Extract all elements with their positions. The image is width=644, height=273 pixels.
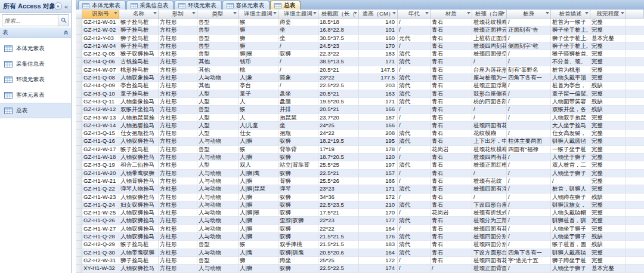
table-cell[interactable]: / <box>507 50 551 58</box>
table-cell[interactable]: 弹琴 <box>278 185 318 193</box>
column-filter-icon[interactable] <box>313 12 317 14</box>
table-cell[interactable]: 方柱形 <box>159 42 197 50</box>
table-cell[interactable]: 完整 <box>590 170 626 177</box>
table-cell[interactable]: 童子留一偏髻, <box>551 90 590 98</box>
table-cell[interactable]: GZ-H1-W-20 <box>82 170 119 177</box>
record-selector[interactable] <box>76 26 82 34</box>
table-cell[interactable]: 完整 <box>590 19 626 26</box>
table-cell[interactable]: / <box>507 90 551 98</box>
column-filter-icon[interactable] <box>501 12 505 14</box>
table-cell[interactable]: GZ-H4-Q-09 <box>82 82 119 90</box>
table-cell[interactable]: 人物驭狮拴马 <box>119 209 159 217</box>
table-cell[interactable]: 人物坐于狮子 <box>551 233 590 241</box>
table-cell[interactable]: GZ-H1-Q-26 <box>82 217 119 225</box>
record-selector[interactable] <box>76 233 82 241</box>
table-cell[interactable]: 人|狮|鹰 <box>239 170 278 177</box>
table-cell[interactable]: 基本完整 <box>590 265 626 272</box>
table-cell[interactable]: / <box>507 194 551 201</box>
table-cell[interactable]: 桩颈花纹模糊 <box>472 146 507 154</box>
table-cell[interactable]: 青石 <box>431 241 472 249</box>
table-cell[interactable]: 38.5*13.5 <box>318 58 359 66</box>
table-cell[interactable]: 人物背狮拴马 <box>119 177 159 185</box>
table-cell[interactable]: 人物驭象拴马 <box>119 74 159 82</box>
table-cell[interactable]: 208 <box>359 130 398 137</box>
table-cell[interactable]: 方柱形 <box>159 58 197 66</box>
table-cell[interactable]: 桩颈四周有花 <box>472 154 507 161</box>
table-cell[interactable]: 人物带鹰驭狮 <box>119 249 159 257</box>
table-cell[interactable]: 方柱形 <box>159 137 197 145</box>
table-cell[interactable]: 方柱形 <box>159 98 197 106</box>
table-cell[interactable]: 177.5 <box>359 74 398 82</box>
table-cell[interactable]: 残缺 <box>590 194 626 201</box>
table-cell[interactable]: 人|狮 <box>239 225 278 233</box>
table-cell[interactable]: 青石 <box>431 106 472 114</box>
table-cell[interactable]: 狮子拴马桩 <box>119 257 159 265</box>
table-cell[interactable]: GZ-H1-Q-08 <box>82 74 119 82</box>
table-cell[interactable]: 猴 <box>239 106 278 114</box>
table-cell[interactable]: 狮子拴马桩 <box>119 26 159 34</box>
table-cell[interactable]: 双猴并坐拴马 <box>119 106 159 114</box>
table-cell[interactable]: 方柱形 <box>159 217 197 225</box>
table-cell[interactable]: / <box>507 19 551 26</box>
table-cell[interactable]: 人|狮 <box>239 154 278 161</box>
table-cell[interactable]: 人|狮 <box>239 265 278 272</box>
table-cell[interactable]: 方柱形 <box>159 146 197 154</box>
record-selector[interactable] <box>76 225 82 233</box>
table-cell[interactable]: 下设四形台座, <box>472 201 507 209</box>
table-cell[interactable]: 23*23 <box>318 185 359 193</box>
table-cell[interactable] <box>507 122 551 130</box>
table-cell[interactable]: 坐 <box>278 35 318 42</box>
table-cell[interactable]: 青石 <box>431 225 472 233</box>
table-cell[interactable]: 清代 <box>398 201 431 209</box>
table-cell[interactable]: 方柱形 <box>159 122 197 130</box>
column-filter-icon[interactable] <box>467 12 470 14</box>
table-cell[interactable]: 狮子坐于桩上, <box>551 42 590 50</box>
table-cell[interactable]: 狮子拴马桩 <box>119 42 159 50</box>
table-cell[interactable]: 并排 <box>278 106 318 114</box>
table-cell[interactable]: 狮 <box>239 42 278 50</box>
table-cell[interactable]: 176 <box>359 233 398 241</box>
table-cell[interactable]: / <box>398 225 431 233</box>
table-cell[interactable]: 狮 <box>239 35 278 42</box>
document-tab[interactable]: 总表 <box>270 1 301 10</box>
table-cell[interactable]: 基本完整 <box>590 35 626 42</box>
table-cell[interactable]: 人与动物 <box>197 217 239 225</box>
table-cell[interactable]: 驭狮 <box>278 209 318 217</box>
record-selector[interactable] <box>76 185 82 193</box>
table-cell[interactable]: 清代 <box>398 233 431 241</box>
table-cell[interactable]: 完整 <box>590 209 626 217</box>
table-cell[interactable]: 方柱形 <box>159 114 197 122</box>
table-cell[interactable]: 桩首为一猴子 <box>551 19 590 26</box>
table-cell[interactable]: 残缺 <box>590 98 626 106</box>
shutter-bar-collapse-icon[interactable]: « <box>63 3 69 10</box>
collapse-group-icon[interactable] <box>63 30 69 35</box>
table-cell[interactable]: 猴 <box>239 19 278 26</box>
datasheet-corner[interactable] <box>76 10 82 19</box>
column-filter-icon[interactable] <box>192 12 196 14</box>
table-cell[interactable]: 人与动物 <box>197 185 239 193</box>
table-cell[interactable]: 方柱形 <box>159 225 197 233</box>
table-cell[interactable]: 驭狮 <box>278 50 318 58</box>
table-cell[interactable]: 方柱形 <box>159 106 197 114</box>
table-cell[interactable]: 完整 <box>590 90 626 98</box>
table-cell[interactable]: GZ-H2-W-02 <box>82 26 119 34</box>
table-cell[interactable]: GZ-H4-Q-06 <box>82 58 119 66</box>
table-cell[interactable]: 背狮 <box>278 177 318 185</box>
record-selector[interactable] <box>76 217 82 225</box>
table-cell[interactable]: 清代 <box>398 217 431 225</box>
document-tab[interactable]: 客体元素表 <box>222 1 270 10</box>
table-cell[interactable]: 蹲姿 <box>278 19 318 26</box>
table-cell[interactable]: 完整 <box>590 66 626 74</box>
table-cell[interactable]: 人与动物 <box>197 201 239 209</box>
table-cell[interactable]: 猴子驭狮拴马 <box>119 50 159 58</box>
table-cell[interactable]: 仕女 <box>239 130 278 137</box>
column-header[interactable]: 桩首描述 <box>551 10 590 19</box>
table-cell[interactable]: 残缺 <box>590 241 626 249</box>
table-cell[interactable]: 20.5*21 <box>318 66 359 74</box>
record-selector[interactable] <box>76 177 82 185</box>
table-cell[interactable]: 30.5*37.5 <box>318 35 359 42</box>
table-cell[interactable]: 完整 <box>590 122 626 130</box>
table-cell[interactable]: 桩首为桃形 <box>551 66 590 74</box>
table-cell[interactable]: 完整 <box>590 137 626 145</box>
table-cell[interactable]: 桩颈四面有花 <box>472 122 507 130</box>
